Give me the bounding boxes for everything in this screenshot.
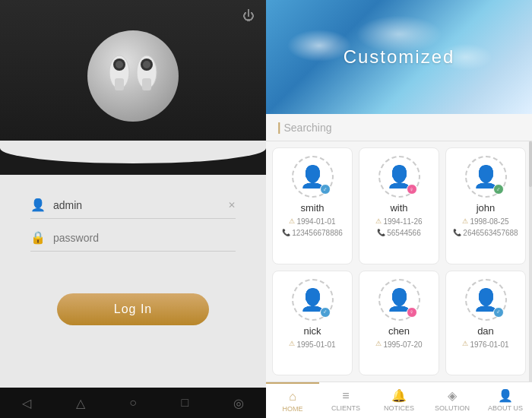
tab-notices[interactable]: 🔔 NOTICES (372, 382, 426, 418)
phone-icon: 📞 (282, 228, 290, 239)
client-badge: ♀ (407, 184, 417, 195)
hearing-aids (99, 49, 167, 103)
dob-icon: ⚠ (289, 339, 295, 350)
client-avatar: 👤 ♂ (292, 156, 334, 198)
client-dob: ⚠ 1998-08-25 (462, 216, 508, 227)
client-card[interactable]: 👤 ♂ dan ⚠ 1976-01-01 (445, 271, 526, 376)
client-badge: ♂ (320, 307, 331, 318)
tab-clients-label: CLIENTS (331, 404, 360, 412)
home-circle-icon[interactable]: ○ (129, 396, 137, 410)
username-input[interactable] (53, 199, 228, 211)
dob-value: 1994-11-26 (383, 216, 422, 227)
client-badge: ♂ (320, 184, 331, 195)
home-icon: ⌂ (289, 390, 296, 404)
tab-about-label: ABOUT US (488, 404, 523, 412)
tab-home-label: HOME (283, 405, 303, 413)
svg-rect-3 (115, 78, 124, 90)
client-phone: 📞 2646563457688 (453, 227, 518, 239)
svg-rect-7 (142, 78, 151, 90)
client-avatar: 👤 ♂ (292, 279, 334, 321)
left-panel: ⏻ 👤 (0, 0, 266, 418)
phone-value: 123456678886 (292, 227, 343, 239)
password-group: 🔒 (30, 230, 236, 252)
device-image (87, 30, 179, 122)
username-group: 👤 ✕ (30, 198, 236, 219)
user-icon: 👤 (30, 198, 46, 212)
dob-icon: ⚠ (462, 339, 468, 350)
left-header: ⏻ (0, 0, 266, 152)
search-placeholder: Searching (283, 122, 331, 134)
phone-icon: 📞 (453, 228, 461, 239)
hearing-aid-svg (103, 49, 163, 103)
menu-icon[interactable]: ◎ (233, 396, 244, 410)
clients-icon: ≡ (342, 389, 349, 403)
client-avatar: 👤 ♀ (378, 156, 420, 198)
client-dob: ⚠ 1994-01-01 (289, 216, 335, 227)
notices-icon: 🔔 (391, 388, 407, 403)
client-dob: ⚠ 1994-11-26 (375, 216, 422, 227)
tab-solution[interactable]: ◈ SOLUTION (426, 382, 479, 418)
client-dob: ⚠ 1976-01-01 (462, 339, 508, 350)
scrollbar[interactable] (529, 141, 532, 382)
client-dob: ⚠ 1995-01-01 (289, 339, 335, 350)
phone-value: 2646563457688 (463, 227, 518, 239)
client-card[interactable]: 👤 ♂ nick ⚠ 1995-01-01 (272, 271, 353, 376)
client-avatar: 👤 ♂ (465, 156, 507, 198)
dob-icon: ⚠ (375, 339, 382, 350)
solution-icon: ◈ (448, 388, 457, 403)
client-badge: ♂ (493, 307, 504, 318)
client-name: dan (477, 325, 494, 337)
login-form: 👤 ✕ 🔒 Log In (0, 175, 266, 388)
client-name: with (390, 202, 407, 214)
hero-title: Customized (344, 46, 455, 68)
dob-value: 1995-01-01 (296, 339, 335, 350)
phone-icon: 📞 (377, 228, 385, 239)
client-card[interactable]: 👤 ♂ john ⚠ 1998-08-25 📞 2646563457688 (445, 147, 526, 264)
dob-value: 1995-07-20 (383, 339, 422, 350)
login-button[interactable]: Log In (57, 293, 209, 325)
client-card[interactable]: 👤 ♂ smith ⚠ 1994-01-01 📞 123456678886 (272, 147, 353, 264)
phone-value: 56544566 (387, 227, 421, 239)
client-name: smith (300, 202, 324, 214)
dob-icon: ⚠ (289, 217, 295, 227)
tab-home[interactable]: ⌂ HOME (266, 382, 319, 418)
wave-divider (0, 152, 266, 175)
clients-grid: 👤 ♂ smith ⚠ 1994-01-01 📞 123456678886 👤 … (266, 141, 532, 382)
lock-icon: 🔒 (30, 230, 46, 245)
client-avatar: 👤 ♀ (378, 279, 420, 321)
search-bar[interactable]: | Searching (266, 114, 532, 141)
left-bottom-nav: ◁ △ ○ □ ◎ (0, 388, 266, 418)
power-icon[interactable]: ⏻ (242, 9, 255, 23)
tab-notices-label: NOTICES (384, 404, 414, 412)
client-name: nick (303, 325, 321, 337)
client-name: chen (388, 325, 410, 337)
client-badge: ♂ (493, 184, 504, 195)
tab-about[interactable]: 👤 ABOUT US (479, 382, 532, 418)
password-input[interactable] (53, 232, 236, 244)
svg-point-2 (116, 61, 123, 68)
client-badge: ♀ (407, 307, 417, 318)
svg-point-6 (143, 61, 150, 68)
dob-icon: ⚠ (462, 217, 468, 227)
triangle-icon[interactable]: △ (76, 396, 85, 410)
about-icon: 👤 (498, 388, 513, 403)
dob-value: 1994-01-01 (296, 216, 335, 227)
dob-value: 1998-08-25 (470, 216, 508, 227)
client-phone: 📞 123456678886 (282, 227, 343, 239)
square-icon[interactable]: □ (182, 396, 189, 410)
client-name: john (477, 202, 496, 214)
client-card[interactable]: 👤 ♀ chen ⚠ 1995-07-20 (359, 271, 439, 376)
client-phone: 📞 56544566 (377, 227, 421, 239)
right-panel: Customized | Searching 👤 ♂ smith ⚠ 1994-… (266, 0, 532, 418)
dob-icon: ⚠ (375, 217, 382, 227)
tab-solution-label: SOLUTION (435, 404, 470, 412)
bottom-navigation: ⌂ HOME ≡ CLIENTS 🔔 NOTICES ◈ SOLUTION 👤 … (266, 382, 532, 418)
clear-icon[interactable]: ✕ (228, 200, 236, 211)
tab-clients[interactable]: ≡ CLIENTS (319, 382, 372, 418)
hero-banner: Customized (266, 0, 532, 114)
search-cursor: | (277, 121, 280, 135)
back-icon[interactable]: ◁ (22, 396, 31, 410)
client-card[interactable]: 👤 ♀ with ⚠ 1994-11-26 📞 56544566 (359, 147, 439, 264)
scrollbar-thumb (529, 141, 532, 187)
client-dob: ⚠ 1995-07-20 (375, 339, 422, 350)
